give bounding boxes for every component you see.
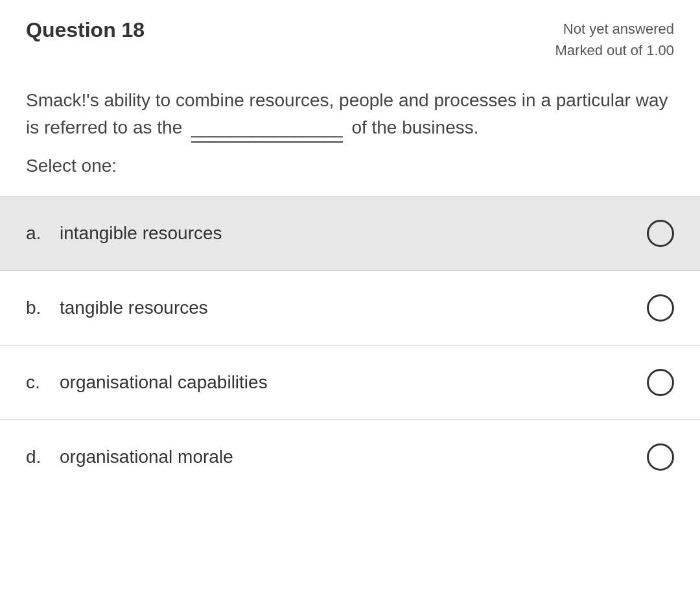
option-letter-3: d. bbox=[26, 447, 49, 467]
option-text-2: organisational capabilities bbox=[60, 372, 268, 393]
option-row-c[interactable]: c.organisational capabilities bbox=[0, 345, 700, 419]
question-header: Question 18 Not yet answered Marked out … bbox=[0, 0, 700, 74]
quiz-container: Question 18 Not yet answered Marked out … bbox=[0, 0, 700, 494]
options-container: a.intangible resourcesb.tangible resourc… bbox=[0, 196, 700, 494]
radio-button-2[interactable] bbox=[647, 369, 674, 396]
option-row-a[interactable]: a.intangible resources bbox=[0, 196, 700, 270]
option-text-3: organisational morale bbox=[60, 447, 233, 467]
radio-button-1[interactable] bbox=[647, 294, 674, 322]
question-text-part2: of the business. bbox=[351, 117, 478, 137]
marked-out-label: Marked out of 1.00 bbox=[555, 40, 674, 61]
question-blank: _______________ bbox=[191, 114, 343, 143]
question-title: Question 18 bbox=[26, 18, 145, 42]
question-text: Smack!'s ability to combine resources, p… bbox=[26, 87, 674, 143]
option-text-1: tangible resources bbox=[60, 298, 208, 318]
option-letter-0: a. bbox=[26, 223, 49, 244]
question-body: Smack!'s ability to combine resources, p… bbox=[0, 74, 700, 196]
radio-button-3[interactable] bbox=[647, 443, 674, 471]
option-label-1: b.tangible resources bbox=[26, 298, 208, 318]
not-answered-label: Not yet answered bbox=[555, 18, 674, 40]
option-row-b[interactable]: b.tangible resources bbox=[0, 270, 700, 345]
option-text-0: intangible resources bbox=[60, 223, 222, 244]
option-label-3: d.organisational morale bbox=[26, 447, 233, 467]
option-letter-2: c. bbox=[26, 372, 49, 393]
question-meta: Not yet answered Marked out of 1.00 bbox=[555, 18, 674, 61]
question-text-part1: Smack!'s ability to combine resources, p… bbox=[26, 90, 668, 137]
radio-button-0[interactable] bbox=[647, 220, 674, 247]
option-label-0: a.intangible resources bbox=[26, 223, 222, 244]
option-label-2: c.organisational capabilities bbox=[26, 372, 268, 393]
select-one-label: Select one: bbox=[26, 156, 674, 176]
option-letter-1: b. bbox=[26, 298, 49, 318]
option-row-d[interactable]: d.organisational morale bbox=[0, 419, 700, 494]
